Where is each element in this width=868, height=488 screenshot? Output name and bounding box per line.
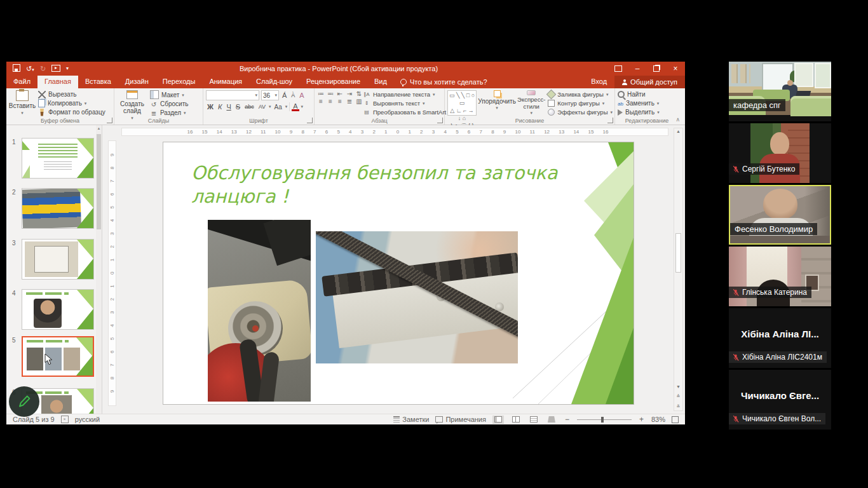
clear-formatting-icon[interactable]: A	[298, 92, 305, 99]
minimize-button[interactable]: –	[628, 62, 647, 76]
slideshow-view-button[interactable]	[546, 416, 557, 424]
tab-home[interactable]: Главная	[37, 76, 78, 88]
slide-photo-chainsaw-clutch[interactable]	[208, 220, 311, 402]
thumbnail-slide-1[interactable]: 1	[22, 138, 94, 179]
tab-view[interactable]: Вид	[367, 76, 394, 88]
thumbnail-slide-3[interactable]: 3	[22, 239, 94, 280]
underline-button[interactable]: Ч	[225, 103, 232, 111]
scroll-up-icon[interactable]: ▲	[674, 129, 682, 133]
tab-transitions[interactable]: Переходы	[156, 76, 203, 88]
align-left-icon[interactable]: ≡	[317, 98, 325, 105]
bullets-icon[interactable]: ≔	[317, 90, 325, 97]
tab-review[interactable]: Рецензирование	[299, 76, 367, 88]
scrollbar-thumb[interactable]	[675, 233, 681, 273]
shapes-gallery[interactable]: ▭ ╲ ╲ □ ○ ▭ △ ∟ ⌐ → ↓ ⌂ ⌇ ∿ ⌒ { } ☆	[447, 90, 477, 116]
dialog-launcher-icon[interactable]	[307, 118, 313, 123]
zoom-slider-thumb[interactable]	[601, 417, 604, 423]
font-size-combo[interactable]: ▾	[261, 90, 279, 100]
justify-icon[interactable]: ≣	[346, 98, 353, 105]
next-slide-icon[interactable]: ≚	[674, 404, 682, 409]
font-color-button[interactable]: А	[292, 103, 299, 111]
thumbnails-scrollbar[interactable]: ▲	[96, 125, 102, 414]
redo-icon[interactable]: ↺	[40, 65, 46, 72]
find-button[interactable]: Найти	[618, 90, 677, 98]
restore-button[interactable]	[647, 62, 666, 76]
annotation-pencil-button[interactable]	[9, 386, 39, 417]
dialog-launcher-icon[interactable]	[607, 118, 613, 123]
arrange-button[interactable]: Упорядочить ▾	[479, 90, 515, 116]
thumbnail-slide-2[interactable]: 2	[22, 188, 94, 229]
align-right-icon[interactable]: ≡	[336, 98, 344, 105]
share-button[interactable]: Общий доступ	[614, 76, 685, 88]
signin-button[interactable]: Вход	[583, 76, 614, 88]
quick-styles-button[interactable]: Экспресс-стили ▾	[517, 90, 545, 116]
notes-button[interactable]: Заметки	[393, 416, 429, 423]
participant-tile[interactable]: Сергій Бутенко	[729, 123, 831, 183]
abc-strikethrough-button[interactable]: abc	[243, 104, 255, 110]
tab-slideshow[interactable]: Слайд-шоу	[249, 76, 299, 88]
bold-button[interactable]: Ж	[206, 103, 215, 111]
character-spacing-button[interactable]: AV	[257, 104, 267, 110]
zoom-in-button[interactable]: +	[638, 415, 645, 424]
thumbnail-slide-4[interactable]: 4	[22, 289, 94, 330]
paste-button[interactable]: Вставить ▾	[9, 90, 36, 116]
collapse-ribbon-icon[interactable]: ∧	[675, 116, 680, 123]
shape-effects-button[interactable]: Эффекты фигуры▾	[548, 108, 613, 116]
zoom-slider[interactable]	[577, 419, 632, 420]
scroll-up-icon[interactable]: ▲	[96, 126, 102, 130]
undo-icon[interactable]: ↺▾	[26, 65, 34, 72]
close-button[interactable]: ×	[666, 62, 685, 76]
replace-button[interactable]: abЗаменить▾	[618, 99, 677, 107]
align-center-icon[interactable]: ≡	[327, 98, 334, 105]
cut-button[interactable]: Вырезать	[38, 90, 105, 98]
previous-slide-icon[interactable]: ≙	[674, 394, 682, 399]
reset-button[interactable]: ↺Сбросить	[150, 100, 188, 108]
scroll-down-icon[interactable]: ▼	[674, 384, 682, 389]
fit-slide-to-window-icon[interactable]	[672, 416, 679, 423]
text-direction-button[interactable]: ∥АНаправление текста▾	[363, 90, 451, 98]
participant-tile-active-speaker[interactable]: Фесенко Володимир	[729, 185, 831, 245]
layout-button[interactable]: Макет▾	[150, 90, 188, 99]
dialog-launcher-icon[interactable]	[107, 118, 112, 123]
decrease-indent-icon[interactable]: ⇤	[336, 90, 344, 97]
dialog-launcher-icon[interactable]	[437, 118, 443, 123]
font-size-input[interactable]	[263, 92, 275, 99]
font-name-combo[interactable]: ▾	[206, 90, 259, 100]
tab-file[interactable]: Файл	[6, 76, 37, 88]
change-case-button[interactable]: Aa	[273, 104, 283, 111]
section-button[interactable]: ≣Раздел▾	[150, 109, 188, 117]
participant-tile-no-video[interactable]: Хібіна Аліна ЛІ... Хібіна Аліна ЛІС2401м	[729, 308, 831, 368]
save-icon[interactable]	[13, 64, 20, 73]
language-indicator[interactable]: русский	[75, 416, 100, 423]
zoom-out-button[interactable]: −	[564, 415, 571, 424]
normal-view-button[interactable]	[492, 416, 504, 424]
slide-photo-chain-sharpening[interactable]	[316, 231, 518, 363]
copy-button[interactable]: Копировать▾	[38, 99, 105, 107]
strikethrough-button[interactable]: S	[234, 103, 241, 111]
participant-tile-no-video[interactable]: Чичикало Євге... Чичикало Євген Вол...	[729, 370, 831, 430]
select-button[interactable]: Выделить▾	[618, 108, 677, 116]
ribbon-display-options-icon[interactable]	[609, 62, 628, 76]
thumbnail-slide-5-selected[interactable]: 5	[22, 336, 94, 377]
italic-button[interactable]: К	[217, 103, 223, 111]
increase-font-icon[interactable]: А́	[281, 92, 288, 99]
columns-icon[interactable]: ▥	[355, 98, 363, 105]
decrease-font-icon[interactable]: А̀	[290, 92, 296, 98]
vertical-scrollbar[interactable]: ▲ ▼ ≙ ≚	[674, 128, 683, 411]
shape-outline-button[interactable]: Контур фигуры▾	[548, 99, 613, 107]
increase-indent-icon[interactable]: ⇥	[346, 90, 353, 97]
shape-fill-button[interactable]: Заливка фигуры▾	[548, 90, 613, 98]
tab-insert[interactable]: Вставка	[78, 76, 118, 88]
smartart-button[interactable]: ▤Преобразовать в SmartArt▾	[363, 108, 451, 116]
new-slide-button[interactable]: Создать слайд ▾	[117, 90, 147, 116]
slide-canvas[interactable]: Обслуговування бензопил та заточка ланцю…	[163, 142, 634, 404]
slide-title[interactable]: Обслуговування бензопил та заточка ланцю…	[191, 161, 560, 208]
numbering-icon[interactable]: ≕	[327, 90, 334, 97]
tellme-box[interactable]: Что вы хотите сделать?	[394, 76, 494, 88]
tab-animations[interactable]: Анимация	[202, 76, 249, 88]
tab-design[interactable]: Дизайн	[118, 76, 156, 88]
participant-tile[interactable]: Глінська Катерина	[729, 247, 831, 306]
comments-button[interactable]: Примечания	[435, 416, 486, 423]
start-slideshow-icon[interactable]	[51, 65, 60, 73]
align-text-button[interactable]: ⇕Выровнять текст▾	[363, 99, 451, 107]
